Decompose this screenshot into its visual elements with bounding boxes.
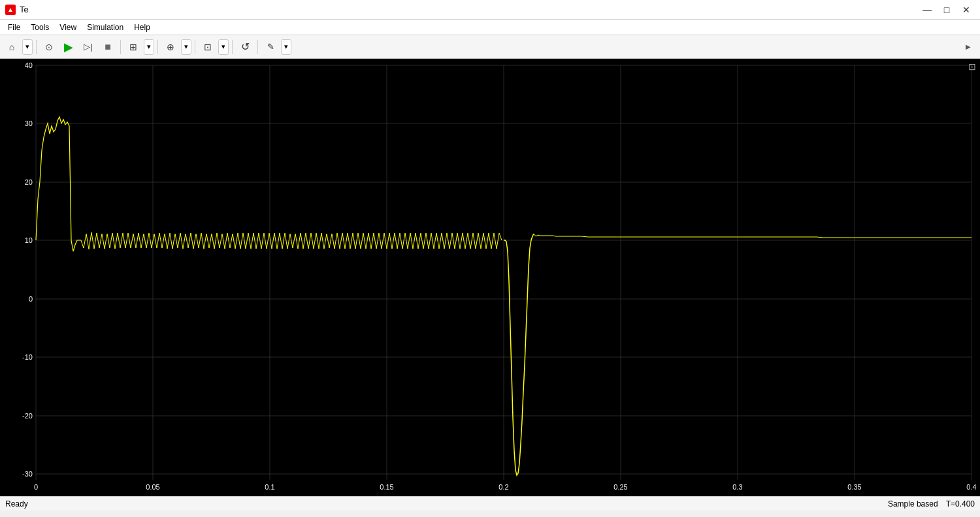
layout-dropdown[interactable]: ▾ bbox=[144, 39, 154, 55]
svg-text:30: 30 bbox=[25, 119, 33, 127]
chart-container: ⊡ bbox=[0, 59, 980, 496]
svg-text:-30: -30 bbox=[22, 470, 33, 478]
sample-based-label: Sample based bbox=[888, 499, 938, 509]
zoom-button[interactable]: ⊕ bbox=[161, 38, 180, 56]
zoom-dropdown[interactable]: ▾ bbox=[181, 39, 191, 55]
svg-text:0.1: 0.1 bbox=[265, 483, 274, 491]
chart-svg: 40 30 20 10 0 -10 -20 -30 0 0.05 0.1 0.1… bbox=[0, 59, 980, 496]
chart-maximize-icon[interactable]: ⊡ bbox=[968, 61, 976, 72]
tools-dropdown[interactable]: ▾ bbox=[281, 39, 291, 55]
toolbar: ⌂ ▾ ⊙ ▶ ▷| ■ ⊞ ▾ ⊕ ▾ ⊡ ▾ ↺ ✎ ▾ ▶ bbox=[0, 35, 980, 59]
sep1 bbox=[36, 40, 37, 54]
sep4 bbox=[195, 40, 195, 54]
svg-text:0.2: 0.2 bbox=[498, 483, 508, 491]
menu-help[interactable]: Help bbox=[129, 22, 155, 33]
status-ready: Ready bbox=[5, 499, 28, 509]
svg-rect-0 bbox=[0, 59, 980, 496]
svg-text:0.05: 0.05 bbox=[146, 483, 159, 491]
stop-button[interactable]: ■ bbox=[99, 38, 117, 56]
expand-button[interactable]: ▶ bbox=[959, 38, 977, 56]
status-bar: Ready Sample based T=0.400 bbox=[0, 496, 980, 510]
svg-text:0.15: 0.15 bbox=[380, 483, 393, 491]
minimize-button[interactable]: — bbox=[919, 3, 936, 16]
maximize-button[interactable]: □ bbox=[938, 3, 955, 16]
menu-file[interactable]: File bbox=[3, 22, 25, 33]
open-button[interactable]: ⊙ bbox=[40, 38, 58, 56]
menu-bar: File Tools View Simulation Help bbox=[0, 20, 980, 35]
home-dropdown[interactable]: ▾ bbox=[22, 39, 33, 55]
axes-button[interactable]: ⊡ bbox=[199, 38, 217, 56]
sep3 bbox=[157, 40, 158, 54]
svg-text:0.35: 0.35 bbox=[847, 483, 861, 491]
tools-button[interactable]: ✎ bbox=[261, 38, 280, 56]
app-icon: ▲ bbox=[5, 5, 16, 15]
svg-text:0: 0 bbox=[34, 483, 38, 491]
title-bar: ▲ Te — □ ✕ bbox=[0, 0, 980, 20]
menu-view[interactable]: View bbox=[54, 22, 82, 33]
close-button[interactable]: ✕ bbox=[958, 3, 975, 16]
axes-dropdown[interactable]: ▾ bbox=[218, 39, 229, 55]
sep6 bbox=[257, 40, 258, 54]
svg-text:10: 10 bbox=[25, 236, 33, 244]
sep2 bbox=[120, 40, 121, 54]
home-button[interactable]: ⌂ bbox=[3, 38, 21, 56]
svg-text:20: 20 bbox=[25, 178, 33, 186]
run-button[interactable]: ▶ bbox=[59, 38, 78, 56]
menu-simulation[interactable]: Simulation bbox=[82, 22, 129, 33]
svg-text:0.4: 0.4 bbox=[966, 483, 976, 491]
svg-text:0.3: 0.3 bbox=[732, 483, 742, 491]
svg-text:-10: -10 bbox=[22, 353, 33, 361]
step-button[interactable]: ▷| bbox=[79, 38, 97, 56]
layout-button[interactable]: ⊞ bbox=[124, 38, 142, 56]
undo-button[interactable]: ↺ bbox=[236, 38, 254, 56]
svg-text:0: 0 bbox=[29, 295, 33, 303]
svg-text:0.25: 0.25 bbox=[613, 483, 627, 491]
window-title: Te bbox=[20, 5, 29, 14]
svg-text:40: 40 bbox=[25, 61, 33, 69]
menu-tools[interactable]: Tools bbox=[25, 22, 54, 33]
svg-text:-20: -20 bbox=[22, 412, 33, 420]
sep5 bbox=[232, 40, 233, 54]
time-display: T=0.400 bbox=[946, 499, 975, 509]
